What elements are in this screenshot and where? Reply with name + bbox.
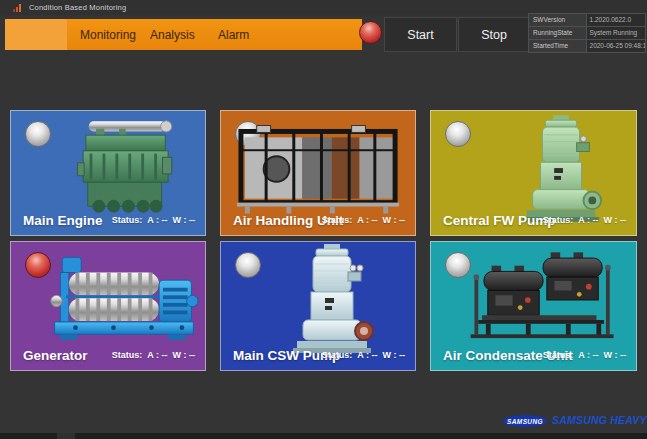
tile-main-engine[interactable]: Main Engine Status:A : --W : -- xyxy=(10,110,206,236)
info-label: SWVersion xyxy=(529,14,587,27)
nav-logo-block xyxy=(5,19,67,50)
tile-status: Status:A : --W : -- xyxy=(322,350,405,360)
info-row-startedtime: StartedTime 2020-06-25 09:48:14Z xyxy=(529,40,646,53)
nav-tabs: Monitoring Analysis Alarm xyxy=(80,19,278,50)
tile-status: Status:A : --W : -- xyxy=(543,215,626,225)
tile-status: Status:A : --W : -- xyxy=(322,215,405,225)
tile-main-csw-pump[interactable]: Main CSW Pump Status:A : --W : -- xyxy=(220,241,416,371)
system-info-table: SWVersion 1.2020.0622.0 RunningState Sys… xyxy=(528,13,646,53)
start-button[interactable]: Start xyxy=(384,17,457,52)
info-value: 1.2020.0622.0 xyxy=(587,14,646,27)
status-light xyxy=(235,252,261,278)
info-row-swversion: SWVersion 1.2020.0622.0 xyxy=(529,14,646,27)
tile-status: Status:A : --W : -- xyxy=(543,350,626,360)
stop-button[interactable]: Stop xyxy=(458,17,530,52)
window-title: Condition Based Monitoring xyxy=(29,3,126,12)
tab-analysis[interactable]: Analysis xyxy=(150,28,218,42)
generator-image xyxy=(47,254,199,350)
info-label: StartedTime xyxy=(529,40,587,53)
tab-alarm[interactable]: Alarm xyxy=(218,28,278,42)
tile-generator[interactable]: Generator Status:A : --W : -- xyxy=(10,241,206,371)
tile-air-handling-unit[interactable]: Air Handling Unit Status:A : --W : -- xyxy=(220,110,416,236)
info-row-runningstate: RunningState System Running xyxy=(529,27,646,40)
main-engine-image xyxy=(61,117,181,217)
system-status-light xyxy=(359,21,382,44)
air-condensate-unit-image xyxy=(463,248,625,352)
bottom-edge-notch xyxy=(57,433,75,439)
info-value: System Running xyxy=(587,27,646,40)
tab-monitoring[interactable]: Monitoring xyxy=(80,28,150,42)
tile-title: Central FW Pump xyxy=(443,213,556,228)
info-value: 2020-06-25 09:48:14Z xyxy=(587,40,646,53)
tile-title: Main Engine xyxy=(23,213,103,228)
company-name: SAMSUNG HEAVY INDUSTR xyxy=(552,414,647,426)
status-light xyxy=(445,121,471,147)
air-handling-unit-image xyxy=(235,123,403,215)
bottom-edge-strip xyxy=(0,433,647,439)
status-light xyxy=(25,121,51,147)
bar-chart-icon xyxy=(13,4,23,12)
main-csw-pump-image xyxy=(287,244,377,362)
info-label: RunningState xyxy=(529,27,587,40)
tile-status: Status:A : --W : -- xyxy=(112,350,195,360)
tile-status: Status:A : --W : -- xyxy=(112,215,195,225)
samsung-logo: SAMSUNG xyxy=(503,415,547,427)
tile-central-fw-pump[interactable]: Central FW Pump Status:A : --W : -- xyxy=(430,110,637,236)
tile-title: Generator xyxy=(23,348,88,363)
tile-air-condensate-unit[interactable]: Air Condensate Unit Status:A : --W : -- xyxy=(430,241,637,371)
condition-monitoring-app: Condition Based Monitoring Monitoring An… xyxy=(0,0,647,439)
nav-bar: Monitoring Analysis Alarm xyxy=(5,19,362,50)
